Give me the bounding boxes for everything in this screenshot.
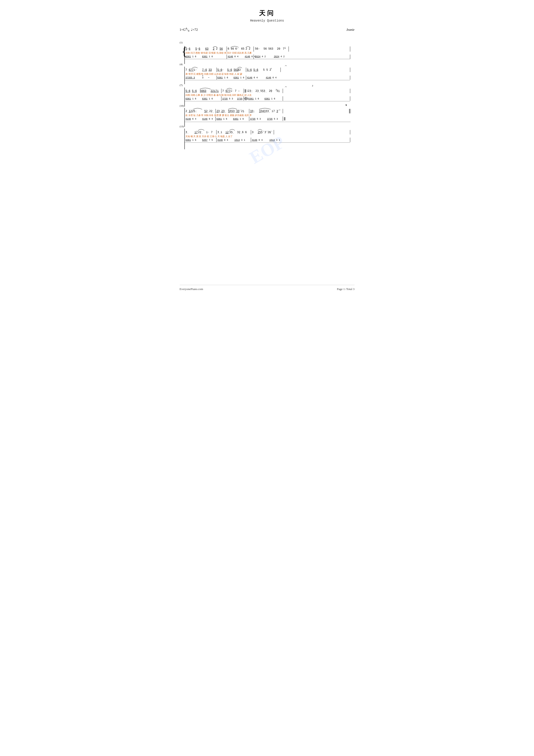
svg-text:2̣  1̣2̣2̣5̣·: 2̣ 1̣2̣2̣5̣·	[186, 110, 197, 113]
svg-text:3: 3	[202, 76, 203, 79]
svg-text:3̣2̣  6  6: 3̣2̣ 6 6	[237, 131, 247, 134]
svg-text:4146 6 4: 4146 6 4	[186, 118, 196, 120]
svg-text:4146 6 4: 4146 6 4	[202, 118, 213, 120]
svg-text:5·6: 5·6	[195, 47, 200, 50]
svg-text:i·  7: i· 7	[206, 131, 213, 134]
svg-text:6361 1 6: 6361 1 6	[186, 139, 196, 141]
svg-text:^: ^	[271, 68, 272, 70]
svg-text:i7: i7	[194, 131, 198, 134]
svg-text:7    –: 7 –	[235, 90, 240, 93]
svg-text:5·6: 5·6	[186, 47, 191, 50]
svg-text:6361 1 6: 6361 1 6	[217, 76, 228, 79]
svg-text:37355 3: 37355 3	[186, 76, 195, 79]
svg-text:2: 2	[312, 85, 313, 87]
svg-text:𝄐: 𝄐	[279, 109, 281, 111]
page-title: 天问	[180, 9, 355, 17]
svg-text:2̣2̣: 2̣2̣	[198, 131, 202, 134]
svg-text:(7): (7)	[180, 84, 183, 87]
svg-text:3̣3̣·: 3̣3̣·	[250, 110, 255, 113]
svg-text:2624 4 2: 2624 4 2	[255, 55, 266, 58]
svg-text:6361 1 6: 6361 1 6	[202, 55, 213, 58]
svg-text:𝄋: 𝄋	[345, 103, 347, 107]
svg-text:22i7i: 22i7i	[211, 90, 219, 93]
svg-text:3735 5 3: 3735 5 3	[250, 118, 261, 120]
page-info: Page 1 /Total 3	[337, 287, 354, 291]
svg-text:63: 63	[205, 47, 208, 50]
svg-text:5̣5̣: 5̣5̣	[229, 131, 234, 134]
svg-text:1513 3 1: 1513 3 1	[269, 139, 280, 141]
header-line: 1=G4/4 ♩=72 Jeanie	[180, 27, 355, 33]
svg-text:7·6 33: 7·6 33	[202, 68, 212, 71]
svg-text:2̣3̣ 2̣3̣: 2̣3̣ 2̣3̣	[216, 110, 226, 113]
svg-text:6361 1 6: 6361 1 6	[216, 118, 227, 120]
svg-text:6361 1 6: 6361 1 6	[248, 98, 259, 100]
svg-text:i2̣: i2̣	[225, 131, 230, 134]
svg-text:2̣3̣·: 2̣3̣·	[248, 90, 253, 93]
svg-text:2: 2	[245, 47, 247, 50]
svg-text:(4): (4)	[180, 63, 183, 66]
svg-text:天知  晓       天  莫  笑    天亦  老  : 天知 晓 天 莫 笑 天亦 老 江湖 小 天 地遥 人 去了	[186, 135, 233, 138]
svg-text:56: 56	[219, 47, 223, 50]
svg-text:3̣: 3̣	[186, 131, 188, 134]
svg-text:2̣3̣ 5̣5̣3̣: 2̣3̣ 5̣5̣3̣	[255, 90, 266, 93]
svg-text:5·6 563: 5·6 563	[227, 68, 239, 71]
svg-text:3735 5 3: 3735 5 3	[222, 98, 233, 100]
svg-text:7i: 7i	[283, 47, 286, 50]
svg-text:i7  3̄: i7 3̄	[271, 110, 279, 113]
svg-text:6: 6	[228, 47, 229, 50]
svg-text:⌒: ⌒	[285, 86, 287, 89]
svg-text:2: 2	[213, 47, 215, 50]
svg-text:3̣i: 3̣i	[276, 90, 280, 93]
svg-text:2: 2	[249, 47, 250, 50]
svg-text:(13): (13)	[180, 125, 184, 128]
svg-text:⌒: ⌒	[285, 65, 287, 68]
footer: EveryonePiano.com Page 1 /Total 3	[180, 285, 355, 291]
svg-text:1513 3 1: 1513 3 1	[234, 139, 245, 141]
svg-text:6·: 6·	[235, 47, 239, 50]
svg-text:20: 20	[277, 47, 280, 50]
svg-text:4146 6 4: 4146 6 4	[217, 139, 228, 141]
svg-text:3̣  i: 3̣ i	[217, 131, 222, 134]
svg-text:问剑    问刀    恩怒  销  怕是  旧  恨新  : 问剑 问刀 恩怒 销 怕是 旧 恨新 仇 添纷 扰 问计 问招 试比准 高 几番	[186, 52, 252, 54]
svg-text:6361 1 6: 6361 1 6	[186, 98, 196, 100]
svg-text:问雨  问晴  心事  多  少  付明月  暮  暮与  : 问雨 问晴 心事 多 少 付明月 暮 暮与 朝 朝 问花 问叶 颜色正 好 人生	[186, 94, 252, 96]
svg-text:欢  乐苦  短   几春  宵         问秋  问: 欢 乐苦 短 几春 宵 问秋 问冬 风雪 萧 萧 彩云 易散 岁月难熬 花开 早	[186, 114, 252, 117]
website: EveryonePiano.com	[180, 287, 203, 291]
svg-text:2624 4 2: 2624 4 2	[274, 55, 285, 58]
svg-text:56 563: 56 563	[264, 47, 273, 50]
svg-text:身  世浮  沉   难预  料        问路    : 身 世浮 沉 难预 料 问路 问程 山水迢 迢 知音 何处 人 寂 寥	[186, 73, 242, 75]
svg-text:5·6·: 5·6·	[217, 68, 224, 71]
svg-text:3̄3̄ 2̣i: 3̄3̄ 2̣i	[236, 110, 244, 113]
svg-text:4146 6 4: 4146 6 4	[266, 76, 276, 79]
page-wrapper: EOP 天问 Heavenly Questions 1=G4/4 ♩=72 Je…	[180, 9, 355, 291]
svg-text:4146 6 4: 4146 6 4	[247, 76, 258, 79]
svg-text:2: 2	[216, 47, 217, 50]
svg-text:5̣5̣5̣3̣: 5̣5̣5̣3̣	[228, 110, 236, 113]
svg-text:(1): (1)	[180, 41, 183, 44]
svg-text:4146 6 4: 4146 6 4	[228, 55, 239, 58]
svg-text:56·: 56·	[255, 47, 260, 50]
svg-text:(10): (10)	[180, 104, 184, 107]
svg-text:2̣5̣5̄: 2̣5̣5̄	[258, 131, 264, 134]
svg-text:6361 1 6: 6361 1 6	[234, 76, 244, 79]
svg-text:4146 6 4: 4146 6 4	[245, 55, 255, 58]
page-subtitle: Heavenly Questions	[180, 19, 355, 22]
svg-text:3735 5 3: 3735 5 3	[267, 118, 278, 120]
svg-text:4146 6 4: 4146 6 4	[252, 139, 263, 141]
svg-text:5  5  2: 5 5 2	[263, 68, 271, 71]
svg-text:3: 3	[202, 74, 203, 76]
svg-text:2̣0: 2̣0	[269, 90, 272, 93]
svg-text:5̣2̣ 2̣2̣: 5̣2̣ 2̣2̣	[204, 110, 214, 113]
svg-text:65: 65	[241, 47, 244, 50]
svg-text:3̣3̣4̣3̣3̣3̣: 3̣3̣4̣3̣3̣3̣	[259, 110, 270, 113]
svg-text:7  677i·: 7 677i·	[222, 90, 234, 93]
svg-text:66: 66	[231, 47, 234, 50]
svg-text:7  677i·: 7 677i·	[186, 68, 197, 71]
score-svg: (1) { 5·6 5·6 63 2 2 56 6 66 6· 65 2 2	[180, 39, 355, 275]
svg-text:‖: ‖	[284, 117, 286, 121]
svg-text:–: –	[208, 76, 210, 79]
svg-text:5257 7 5: 5257 7 5	[202, 139, 213, 141]
svg-text:5663: 5663	[200, 90, 206, 93]
svg-text:6361 1 6: 6361 1 6	[233, 118, 244, 120]
svg-text:3̄  2̣6̄: 3̄ 2̣6̄	[265, 131, 272, 134]
